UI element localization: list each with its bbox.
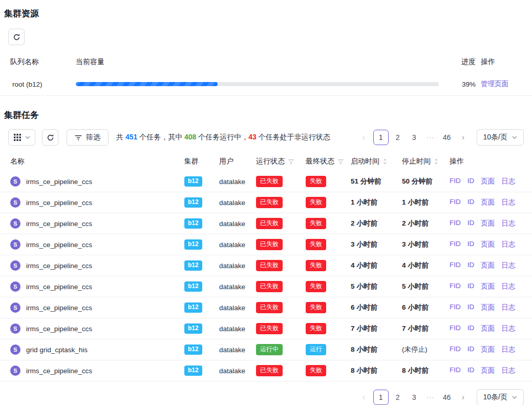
page-number-3[interactable]: 3	[407, 390, 421, 405]
run-status-badge: 已失败	[256, 302, 283, 313]
action-page[interactable]: 页面	[481, 261, 495, 270]
page-number-46[interactable]: 46	[440, 390, 454, 405]
sort-icon[interactable]	[383, 158, 387, 165]
filter-lines-icon	[75, 134, 82, 140]
action-page[interactable]: 页面	[481, 240, 495, 249]
table-row[interactable]: S irms_ce_pipeline_ccs b12 datalake 已失败 …	[0, 276, 532, 297]
next-page-button[interactable]: ›	[456, 130, 471, 145]
final-status-badge: 失败	[306, 365, 326, 376]
page-number-46[interactable]: 46	[440, 130, 454, 145]
col-stop-time: 停止时间	[402, 157, 431, 166]
tasks-table-header: 名称 集群 用户 运行状态 最终状态 启动时间 停止时间 操作	[0, 152, 532, 171]
action-id[interactable]: ID	[467, 366, 475, 375]
cluster-badge: b12	[184, 281, 202, 291]
start-time: 4 小时前	[351, 261, 402, 270]
action-page[interactable]: 页面	[481, 366, 495, 375]
action-log[interactable]: 日志	[501, 345, 515, 354]
spark-avatar-icon: S	[10, 323, 20, 334]
filter-button[interactable]: 筛选	[67, 129, 109, 146]
table-row[interactable]: S irms_ce_pipeline_ccs b12 datalake 已失败 …	[0, 318, 532, 339]
next-page-button[interactable]: ›	[456, 390, 471, 405]
cluster-badge: b12	[184, 302, 202, 312]
filter-funnel-icon[interactable]	[288, 159, 294, 165]
sort-icon[interactable]	[434, 158, 438, 165]
manage-page-link[interactable]: 管理页面	[481, 80, 508, 88]
action-log[interactable]: 日志	[501, 198, 515, 207]
action-fid[interactable]: FID	[450, 345, 461, 354]
page-number-3[interactable]: 3	[407, 130, 421, 145]
resources-refresh-button[interactable]	[8, 29, 25, 45]
table-row[interactable]: S irms_ce_pipeline_ccs b12 datalake 已失败 …	[0, 234, 532, 255]
cluster-badge: b12	[184, 345, 202, 354]
action-log[interactable]: 日志	[501, 219, 515, 228]
prev-page-button[interactable]: ‹	[357, 130, 371, 145]
filter-button-label: 筛选	[86, 133, 100, 142]
action-log[interactable]: 日志	[501, 261, 515, 270]
table-row[interactable]: S irms_ce_pipeline_ccs b12 datalake 已失败 …	[0, 297, 532, 318]
tasks-table-body: S irms_ce_pipeline_ccs b12 datalake 已失败 …	[0, 171, 532, 381]
action-fid[interactable]: FID	[450, 177, 461, 186]
action-id[interactable]: ID	[467, 240, 475, 249]
prev-page-button[interactable]: ‹	[357, 390, 371, 405]
action-page[interactable]: 页面	[481, 345, 495, 354]
action-fid[interactable]: FID	[450, 324, 461, 333]
run-status-badge: 已失败	[256, 197, 283, 208]
action-id[interactable]: ID	[467, 303, 475, 312]
action-fid[interactable]: FID	[450, 261, 461, 270]
tasks-section-title: 集群任务	[4, 109, 532, 121]
table-row[interactable]: S irms_ce_pipeline_ccs b12 datalake 已失败 …	[0, 192, 532, 213]
action-id[interactable]: ID	[467, 177, 475, 186]
filter-funnel-icon[interactable]	[338, 159, 344, 165]
action-id[interactable]: ID	[467, 219, 475, 228]
action-log[interactable]: 日志	[501, 240, 515, 249]
task-user: datalake	[219, 241, 256, 249]
table-row[interactable]: S irms_ce_pipeline_ccs b12 datalake 已失败 …	[0, 213, 532, 234]
action-page[interactable]: 页面	[481, 324, 495, 333]
cluster-badge: b12	[184, 366, 202, 375]
action-fid[interactable]: FID	[450, 198, 461, 207]
column-settings-button[interactable]	[8, 129, 35, 146]
task-user: datalake	[219, 367, 256, 375]
col-current-capacity: 当前容量	[76, 57, 444, 67]
table-row[interactable]: S irms_ce_pipeline_ccs b12 datalake 已失败 …	[0, 360, 532, 381]
cluster-badge: b12	[184, 239, 202, 249]
action-log[interactable]: 日志	[501, 324, 515, 333]
page-size-select[interactable]: 10条/页	[477, 389, 524, 405]
action-log[interactable]: 日志	[501, 303, 515, 312]
page-size-select[interactable]: 10条/页	[477, 129, 524, 146]
tasks-toolbar: 筛选 共 451 个任务，其中 408 个任务运行中，43 个任务处于非运行状态…	[8, 129, 524, 146]
table-row[interactable]: S grid grid_cptask_his b12 datalake 运行中 …	[0, 339, 532, 360]
page-number-1[interactable]: 1	[373, 130, 389, 145]
page-size-label: 10条/页	[483, 393, 507, 402]
action-page[interactable]: 页面	[481, 219, 495, 228]
action-page[interactable]: 页面	[481, 198, 495, 207]
table-row[interactable]: S irms_ce_pipeline_ccs b12 datalake 已失败 …	[0, 255, 532, 276]
row-actions: FIDID页面日志	[450, 219, 522, 228]
action-log[interactable]: 日志	[501, 366, 515, 375]
action-id[interactable]: ID	[467, 198, 475, 207]
action-id[interactable]: ID	[467, 261, 475, 270]
action-fid[interactable]: FID	[450, 282, 461, 291]
cluster-badge: b12	[184, 176, 202, 186]
action-fid[interactable]: FID	[450, 366, 461, 375]
progress-fill	[76, 82, 218, 86]
action-id[interactable]: ID	[467, 324, 475, 333]
action-log[interactable]: 日志	[501, 282, 515, 291]
page-number-1[interactable]: 1	[373, 390, 389, 405]
page-number-2[interactable]: 2	[391, 390, 405, 405]
action-fid[interactable]: FID	[450, 240, 461, 249]
action-id[interactable]: ID	[467, 282, 475, 291]
action-fid[interactable]: FID	[450, 219, 461, 228]
action-page[interactable]: 页面	[481, 303, 495, 312]
action-id[interactable]: ID	[467, 345, 475, 354]
page-number-2[interactable]: 2	[391, 130, 405, 145]
action-log[interactable]: 日志	[501, 177, 515, 186]
tasks-refresh-button[interactable]	[42, 129, 58, 146]
action-page[interactable]: 页面	[481, 282, 495, 291]
task-name: irms_ce_pipeline_ccs	[26, 178, 92, 186]
action-fid[interactable]: FID	[450, 303, 461, 312]
page-size-label: 10条/页	[483, 133, 507, 142]
table-row[interactable]: S irms_ce_pipeline_ccs b12 datalake 已失败 …	[0, 171, 532, 192]
grid-icon	[14, 134, 21, 141]
action-page[interactable]: 页面	[481, 177, 495, 186]
